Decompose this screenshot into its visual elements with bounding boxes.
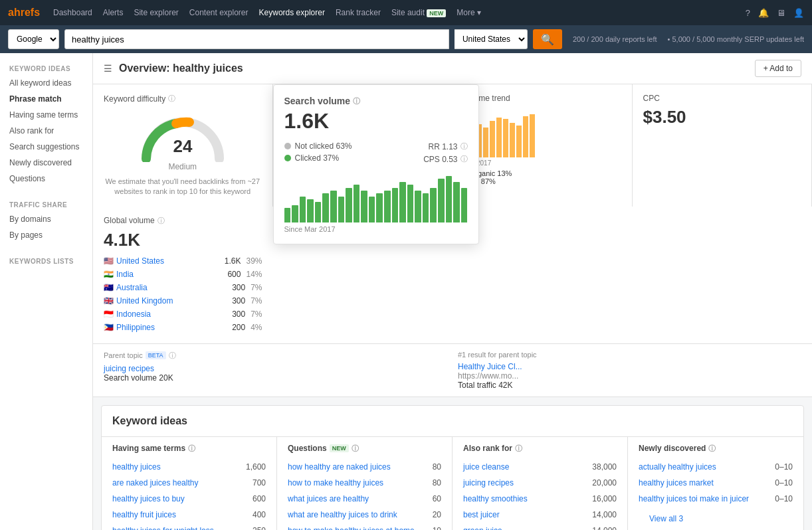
keyword-difficulty-card: Keyword difficulty ⓘ 24 <box>93 84 273 207</box>
ki-link-1-2[interactable]: what juices are healthy <box>288 494 427 503</box>
nav-keywords-explorer[interactable]: Keywords explorer <box>259 8 325 17</box>
top-nav: ahrefs Dashboard Alerts Site explorer Co… <box>0 0 812 25</box>
ki-link-1-1[interactable]: how to make healthy juices <box>288 478 427 487</box>
nav-site-explorer[interactable]: Site explorer <box>134 8 178 17</box>
hamburger-icon[interactable]: ☰ <box>104 63 112 74</box>
ki-link-2-2[interactable]: healthy smoothies <box>463 494 587 503</box>
ki-link-0-1[interactable]: are naked juices healthy <box>112 478 247 487</box>
country-name[interactable]: India <box>116 270 227 279</box>
svg-rect-9 <box>516 126 522 157</box>
ki-num-0-2: 600 <box>253 494 266 503</box>
nav-content-explorer[interactable]: Content explorer <box>189 8 249 17</box>
country-name[interactable]: United Kingdom <box>116 296 232 306</box>
country-name[interactable]: Australia <box>116 283 232 292</box>
ki-row-0-0: healthy juices 1,600 <box>112 459 266 475</box>
sidebar: KEYWORD IDEAS All keyword ideas Phrase m… <box>0 53 93 530</box>
ki-link-2-3[interactable]: best juicer <box>463 510 587 519</box>
cpc-card: CPC $3.50 <box>633 84 813 207</box>
ki-row-3-1: healthy juices market 0–10 <box>639 475 793 491</box>
location-select[interactable]: United States <box>455 29 528 49</box>
country-count: 600 <box>227 270 241 279</box>
ki-link-1-4[interactable]: how to make healthy juices at home <box>288 526 427 530</box>
ki-link-3-1[interactable]: healthy juices market <box>639 478 769 487</box>
ki-row-2-0: juice cleanse 38,000 <box>463 459 617 475</box>
add-to-button[interactable]: + Add to <box>755 60 801 77</box>
sidebar-item-by-domains[interactable]: By domains <box>0 211 92 227</box>
country-name[interactable]: Indonesia <box>116 309 232 319</box>
ki-link-0-3[interactable]: healthy fruit juices <box>112 510 247 519</box>
sidebar-section-title-keywords-lists: KEYWORDS LISTS <box>0 254 92 268</box>
bar <box>322 193 329 222</box>
logo: ahrefs <box>8 7 40 19</box>
overview-header: ☰ Overview: healthy juices + Add to <box>93 53 812 84</box>
cps-info-icon[interactable]: ⓘ <box>460 154 468 164</box>
sidebar-item-newly-discovered[interactable]: Newly discovered <box>0 155 92 171</box>
desktop-icon[interactable]: 🖥 <box>777 8 785 18</box>
help-icon[interactable]: ? <box>746 8 750 18</box>
notifications-icon[interactable]: 🔔 <box>758 8 769 18</box>
kd-gauge: 24 Medium <box>104 109 262 171</box>
nav-alerts[interactable]: Alerts <box>103 8 124 17</box>
gv-info-icon[interactable]: ⓘ <box>157 216 165 226</box>
nav-rank-tracker[interactable]: Rank tracker <box>336 8 381 17</box>
cpc-title: CPC <box>643 94 801 103</box>
ki-col-info-0[interactable]: ⓘ <box>188 444 195 454</box>
parent-topic-left: Parent topic BETA ⓘ juicing recipes Sear… <box>104 351 447 390</box>
bar <box>307 199 314 222</box>
sidebar-item-search-suggestions[interactable]: Search suggestions <box>0 139 92 155</box>
ki-col-info-1[interactable]: ⓘ <box>352 444 359 454</box>
ki-col-info-2[interactable]: ⓘ <box>515 444 522 454</box>
sidebar-item-by-pages[interactable]: By pages <box>0 227 92 243</box>
sidebar-item-questions[interactable]: Questions <box>0 171 92 187</box>
popup-info-icon[interactable]: ⓘ <box>353 96 360 106</box>
volume-bar-chart <box>284 169 468 222</box>
kd-info-icon[interactable]: ⓘ <box>168 94 175 104</box>
parent-topic-link[interactable]: juicing recipes <box>104 364 154 373</box>
ki-link-1-0[interactable]: how healthy are naked juices <box>288 462 427 472</box>
ki-num-1-2: 60 <box>433 494 441 503</box>
global-country-row: 🇮🇩 Indonesia 300 7% <box>104 308 262 321</box>
svg-rect-7 <box>503 119 508 157</box>
ki-num-2-0: 38,000 <box>592 462 617 472</box>
search-input[interactable] <box>64 29 449 49</box>
ki-row-0-1: are naked juices healthy 700 <box>112 475 266 491</box>
country-name[interactable]: United States <box>116 256 225 266</box>
sidebar-item-also-rank-for[interactable]: Also rank for <box>0 123 92 139</box>
ki-link-3-2[interactable]: healthy juices toi make in juicer <box>639 494 769 503</box>
flag-icon: 🇦🇺 <box>104 283 114 292</box>
vt-paid: ■ nic 87% <box>463 177 621 185</box>
ki-link-2-0[interactable]: juice cleanse <box>463 462 587 472</box>
pt-result-link[interactable]: Healthy Juice Cl... <box>458 362 522 371</box>
sidebar-item-phrase-match[interactable]: Phrase match <box>0 91 92 107</box>
rr-stat: RR 1.13 ⓘ <box>428 141 467 151</box>
ki-link-3-0[interactable]: actually healthy juices <box>639 462 769 472</box>
ki-link-0-0[interactable]: healthy juices <box>112 462 241 472</box>
global-volume-card: Global volume ⓘ 4.1K 🇺🇸 United States 1.… <box>93 207 273 343</box>
vt-title: Volume trend <box>463 94 621 103</box>
ki-link-0-2[interactable]: healthy juices to buy <box>112 494 247 503</box>
clicked-dot <box>284 155 291 161</box>
pt-info-icon[interactable]: ⓘ <box>169 351 176 361</box>
ki-link-0-4[interactable]: healthy juices for weight loss <box>112 526 247 530</box>
engine-select[interactable]: Google <box>8 29 59 49</box>
sidebar-item-having-same-terms[interactable]: Having same terms <box>0 107 92 123</box>
rr-info-icon[interactable]: ⓘ <box>460 141 468 151</box>
ki-col-info-3[interactable]: ⓘ <box>708 444 716 454</box>
ki-link-2-4[interactable]: green juice <box>463 526 587 530</box>
nav-more[interactable]: More ▾ <box>457 8 481 17</box>
nav-dashboard[interactable]: Dashboard <box>53 8 92 17</box>
sidebar-item-all-keyword-ideas[interactable]: All keyword ideas <box>0 75 92 91</box>
country-name[interactable]: Philippines <box>116 323 232 332</box>
ki-link-1-3[interactable]: what are healthy juices to drink <box>288 510 427 519</box>
ki-view-all-link-3[interactable]: View all 3 <box>649 514 683 523</box>
ki-num-0-1: 700 <box>253 478 266 487</box>
ki-columns: Having same terms ⓘ healthy juices 1,600… <box>102 437 803 530</box>
user-icon[interactable]: 👤 <box>793 8 804 18</box>
nav-site-audit[interactable]: Site audit NEW <box>391 8 446 17</box>
ki-link-2-1[interactable]: juicing recipes <box>463 478 587 487</box>
ki-row-2-3: best juicer 14,000 <box>463 507 617 523</box>
ki-num-1-0: 80 <box>433 462 441 472</box>
ki-num-0-0: 1,600 <box>246 462 266 472</box>
search-button[interactable]: 🔍 <box>533 29 562 49</box>
gv-value: 4.1K <box>104 230 262 250</box>
